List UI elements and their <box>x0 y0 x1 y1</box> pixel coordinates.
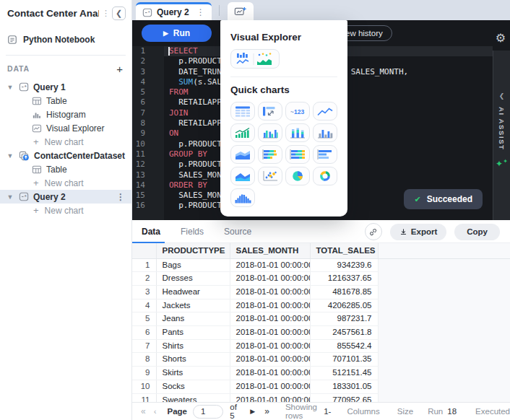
quick-chart-pie-chart-button[interactable] <box>285 167 310 185</box>
line-number: 5 <box>132 87 164 97</box>
copy-button[interactable]: Copy <box>454 224 500 240</box>
line-number: 15 <box>132 191 164 201</box>
popup-divider <box>230 76 337 77</box>
tab-fields[interactable]: Fields <box>181 227 204 237</box>
sidebar-item-query1-table[interactable]: Table <box>0 94 131 108</box>
chevron-down-icon[interactable]: ▼ <box>6 152 14 159</box>
columns-stat-label[interactable]: Columns <box>347 407 379 416</box>
table-row[interactable]: 2Dresses2018-01-01 00:00:001216337.65 <box>132 272 510 286</box>
page-label: Page <box>168 407 188 416</box>
quick-chart-area-chart-button[interactable] <box>230 167 255 185</box>
export-button[interactable]: Export <box>390 224 446 240</box>
last-page-button[interactable]: » <box>264 406 269 416</box>
table-row[interactable]: 10Socks2018-01-01 00:00:00183301.05 <box>132 380 510 393</box>
table-row[interactable]: 11Sweaters2018-01-01 00:00:00770952.65 <box>132 393 510 402</box>
sidebar-item-query1-visual-explorer[interactable]: Visual Explorer <box>0 121 131 135</box>
ai-assist-sidebar[interactable]: ❮ AI ASSIST ✦✦ <box>493 51 510 220</box>
tree-label: ContactCenterDataset <box>34 151 125 161</box>
prev-page-button[interactable]: ‹ <box>154 407 157 416</box>
quick-chart-bar-chart-button[interactable] <box>313 123 337 142</box>
table-row[interactable]: 5Jeans2018-01-01 00:00:00987231.7 <box>132 312 510 326</box>
visual-explorer-icon <box>32 124 42 133</box>
line-number: 3 <box>132 67 164 77</box>
sparkles-icon[interactable]: ✦✦ <box>496 158 508 169</box>
quick-chart-histogram-button[interactable] <box>230 188 255 207</box>
sidebar-item-query1[interactable]: ▼ * Query 1 <box>0 80 131 94</box>
export-label: Export <box>411 227 437 236</box>
quick-chart-single-value-button[interactable]: ~123 <box>285 102 310 121</box>
sidebar-item-dataset-table[interactable]: Table <box>0 162 131 176</box>
table-row[interactable]: 9Skirts2018-01-01 00:00:00512151.45 <box>132 367 510 380</box>
quick-chart-grouped-bar-button[interactable] <box>258 123 282 142</box>
sidebar-item-python-notebook[interactable]: Python Notebook <box>0 32 131 48</box>
first-page-button[interactable]: « <box>141 406 146 416</box>
run-button[interactable]: ▶ Run <box>142 25 212 42</box>
quick-chart-stacked-column-button[interactable] <box>285 123 310 142</box>
tree-label: New chart <box>45 137 84 147</box>
copy-label: Copy <box>467 227 488 236</box>
tab-data[interactable]: Data <box>142 227 160 237</box>
col-sales-month[interactable]: SALES_MONTH <box>230 243 310 258</box>
chevron-down-icon[interactable]: ▼ <box>6 193 14 201</box>
gear-icon[interactable]: ⚙ <box>496 32 506 44</box>
col-producttype[interactable]: PRODUCTTYPE <box>156 243 230 258</box>
tab-query2[interactable]: * Query 2 ⋮ <box>136 2 212 20</box>
status-badge: ✔ Succeeded <box>404 189 483 209</box>
quick-chart-scatter-plot-button[interactable] <box>258 167 282 185</box>
quick-chart-stacked-bar-horizontal-button[interactable] <box>258 145 282 164</box>
tab-menu-icon[interactable]: ⋮ <box>196 7 205 17</box>
tab-source[interactable]: Source <box>224 227 251 237</box>
table-row[interactable]: 6Pants2018-01-01 00:00:002457561.8 <box>132 326 510 340</box>
size-stat-label[interactable]: Size <box>397 407 413 416</box>
results-table: PRODUCTTYPE SALES_MONTH TOTAL_SALES 1Bag… <box>132 243 510 402</box>
sidebar-item-query2-new-chart[interactable]: + New chart <box>0 204 131 217</box>
plus-icon: + <box>33 178 39 188</box>
sidebar-item-query2[interactable]: ▼ * Query 2 ⋮ <box>0 190 131 204</box>
sql-cell-icon: * <box>19 192 29 201</box>
outline-dots-icon[interactable]: ⋮ <box>102 9 109 18</box>
line-number: 12 <box>132 159 164 170</box>
collapse-sidebar-icon[interactable]: ❮ <box>112 6 126 20</box>
page-input[interactable]: 1 <box>193 405 223 419</box>
page-total: of 5 <box>230 403 239 420</box>
table-row[interactable]: 8Shorts2018-01-01 00:00:00707101.35 <box>132 353 510 367</box>
sidebar-item-query1-histogram[interactable]: Histogram <box>0 108 131 121</box>
quick-chart-pivot-button[interactable] <box>258 102 282 121</box>
quick-chart-bar-horizontal-button[interactable] <box>313 145 337 164</box>
next-page-button[interactable]: ▶ <box>250 408 255 415</box>
sidebar-divider <box>6 55 126 56</box>
visual-explorer-button[interactable] <box>230 49 280 69</box>
table-row[interactable]: 3Headwear2018-01-01 00:00:00481678.85 <box>132 285 510 299</box>
quick-chart-table-button[interactable] <box>230 102 255 121</box>
tab-strip: * Query 2 ⋮ <box>132 0 510 20</box>
status-text: Succeeded <box>427 194 472 204</box>
add-data-button[interactable]: + <box>116 64 123 74</box>
sidebar-item-dataset-new-chart[interactable]: + New chart <box>0 176 131 190</box>
svg-text:*: * <box>148 9 150 16</box>
line-number: 14 <box>132 180 164 191</box>
quick-chart-line-chart-button[interactable] <box>313 102 337 121</box>
line-number: 1 <box>132 46 164 56</box>
quick-chart-combo-chart-button[interactable] <box>230 123 255 142</box>
line-number: 2 <box>132 56 164 66</box>
visual-explorer-title: Visual Explorer <box>230 32 337 43</box>
chevron-left-icon[interactable]: ❮ <box>499 92 505 100</box>
link-button[interactable] <box>365 223 382 240</box>
run-stat-value: 18 <box>447 407 457 416</box>
table-row[interactable]: 1Bags2018-01-01 00:00:00934239.6 <box>132 258 510 272</box>
sidebar-item-query1-new-chart[interactable]: + New chart <box>0 135 131 149</box>
tree-label: Query 2 <box>33 192 66 202</box>
quick-chart-donut-chart-button[interactable] <box>313 167 337 185</box>
line-number: 4 <box>132 77 164 87</box>
row-menu-icon[interactable]: ⋮ <box>116 192 125 202</box>
quick-chart-stacked-bar-100-button[interactable] <box>285 145 310 164</box>
new-chart-tab-button[interactable] <box>228 2 254 20</box>
table-row[interactable]: 7Shirts2018-01-01 00:00:00855542.4 <box>132 339 510 353</box>
col-total-sales[interactable]: TOTAL_SALES <box>310 243 378 258</box>
quick-chart-stacked-area-button[interactable] <box>230 145 255 164</box>
chevron-down-icon[interactable]: ▼ <box>6 84 14 91</box>
quick-charts-title: Quick charts <box>230 84 337 95</box>
table-row[interactable]: 4Jackets2018-01-01 00:00:004206285.05 <box>132 299 510 312</box>
header-filler <box>378 243 510 258</box>
sidebar-item-dataset[interactable]: ▼ ContactCenterDataset <box>0 149 131 162</box>
